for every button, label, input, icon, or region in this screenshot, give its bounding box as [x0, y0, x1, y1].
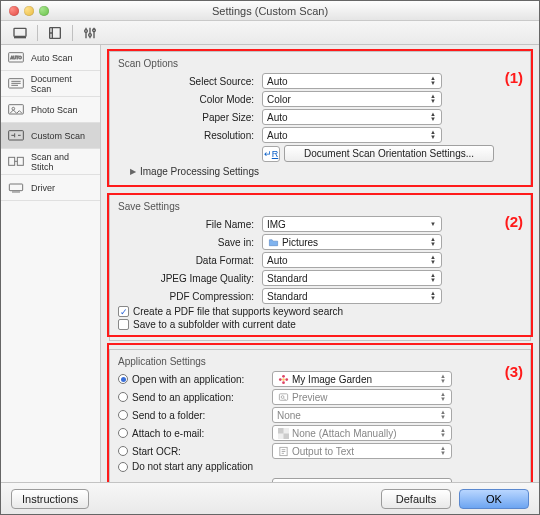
svg-rect-12 [17, 157, 23, 165]
attach-email-radio[interactable] [118, 428, 128, 438]
window-title: Settings (Custom Scan) [1, 5, 539, 17]
annotation-label-3: (3) [505, 363, 523, 380]
sidebar-item-custom-scan[interactable]: Custom Scan [1, 123, 100, 149]
footer: Instructions Defaults OK [1, 482, 539, 514]
sidebar-item-label: Scan and Stitch [31, 152, 94, 172]
send-to-folder-radio[interactable] [118, 410, 128, 420]
svg-point-20 [281, 395, 284, 398]
data-format-label: Data Format: [118, 255, 258, 266]
scan-options-group: Scan Options Select Source: Auto ▲▼ Colo… [109, 51, 531, 186]
chevron-updown-icon: ▲▼ [437, 372, 449, 386]
image-processing-disclosure[interactable]: ▶ Image Processing Settings [130, 166, 522, 177]
orientation-settings-button[interactable]: Document Scan Orientation Settings... [284, 145, 494, 162]
chevron-updown-icon: ▲▼ [427, 128, 439, 142]
instructions-button[interactable]: Instructions [11, 489, 89, 509]
text-output-icon [277, 445, 289, 457]
sidebar-item-document-scan[interactable]: Document Scan [1, 71, 100, 97]
app-garden-icon [277, 373, 289, 385]
annotation-label-1: (1) [505, 69, 523, 86]
custom-scan-icon [7, 129, 25, 143]
start-ocr-dropdown[interactable]: Output to Text ▲▼ [272, 443, 452, 459]
start-ocr-radio[interactable] [118, 446, 128, 456]
chevron-updown-icon: ▲▼ [427, 74, 439, 88]
send-to-folder-dropdown[interactable]: None ▲▼ [272, 407, 452, 423]
svg-rect-23 [283, 433, 289, 439]
data-format-dropdown[interactable]: Auto ▲▼ [262, 252, 442, 268]
svg-point-16 [282, 381, 285, 384]
settings-window: Settings (Custom Scan) AUTO Auto Scan [0, 0, 540, 515]
chevron-updown-icon: ▲▼ [427, 289, 439, 303]
chevron-updown-icon: ▲▼ [427, 110, 439, 124]
send-to-app-dropdown[interactable]: Preview ▲▼ [272, 389, 452, 405]
orientation-reset-icon[interactable]: ↵R [262, 146, 280, 162]
folder-icon [267, 236, 279, 248]
chevron-updown-icon: ▲▼ [437, 426, 449, 440]
preview-icon [277, 391, 289, 403]
no-application-label: Do not start any application [132, 461, 253, 472]
stitch-icon [7, 155, 25, 169]
application-settings-title: Application Settings [118, 356, 522, 367]
checkbox-icon [118, 306, 129, 317]
svg-rect-0 [14, 28, 26, 36]
svg-point-18 [285, 378, 288, 381]
save-in-label: Save in: [118, 237, 258, 248]
sidebar-item-scan-and-stitch[interactable]: Scan and Stitch [1, 149, 100, 175]
pdf-compression-dropdown[interactable]: Standard ▲▼ [262, 288, 442, 304]
open-with-label: Open with an application: [132, 374, 244, 385]
chevron-updown-icon: ▲▼ [427, 253, 439, 267]
scan-from-panel-icon[interactable] [46, 24, 64, 42]
svg-rect-13 [9, 184, 22, 191]
titlebar: Settings (Custom Scan) [1, 1, 539, 21]
document-scan-icon [7, 77, 25, 91]
main-panel: Scan Options Select Source: Auto ▲▼ Colo… [101, 45, 539, 482]
jpeg-quality-dropdown[interactable]: Standard ▲▼ [262, 270, 442, 286]
start-ocr-label: Start OCR: [132, 446, 181, 457]
attach-email-dropdown[interactable]: None (Attach Manually) ▲▼ [272, 425, 452, 441]
resolution-dropdown[interactable]: Auto ▲▼ [262, 127, 442, 143]
open-with-radio[interactable] [118, 374, 128, 384]
select-source-dropdown[interactable]: Auto ▲▼ [262, 73, 442, 89]
svg-point-14 [282, 378, 285, 381]
chevron-updown-icon: ▲▼ [437, 408, 449, 422]
sidebar-item-label: Auto Scan [31, 53, 73, 63]
pdf-compression-label: PDF Compression: [118, 291, 258, 302]
sidebar-item-auto-scan[interactable]: AUTO Auto Scan [1, 45, 100, 71]
toolbar-separator [72, 25, 73, 41]
svg-rect-10 [9, 130, 24, 139]
file-name-combobox[interactable]: IMG ▼ [262, 216, 442, 232]
sidebar-item-label: Photo Scan [31, 105, 78, 115]
svg-point-3 [89, 33, 92, 36]
toolbar [1, 21, 539, 45]
photo-scan-icon [7, 103, 25, 117]
svg-rect-11 [9, 157, 15, 165]
chevron-updown-icon: ▲▼ [437, 390, 449, 404]
no-application-radio[interactable] [118, 462, 128, 472]
more-functions-button[interactable]: More Functions [272, 478, 452, 482]
svg-point-2 [85, 29, 88, 32]
color-mode-dropdown[interactable]: Color ▲▼ [262, 91, 442, 107]
pdf-keyword-checkbox[interactable]: Create a PDF file that supports keyword … [118, 306, 522, 317]
svg-point-4 [93, 29, 96, 32]
sidebar-item-label: Driver [31, 183, 55, 193]
subfolder-date-checkbox[interactable]: Save to a subfolder with current date [118, 319, 522, 330]
jpeg-quality-label: JPEG Image Quality: [118, 273, 258, 284]
ok-button[interactable]: OK [459, 489, 529, 509]
defaults-button[interactable]: Defaults [381, 489, 451, 509]
save-in-dropdown[interactable]: Pictures ▲▼ [262, 234, 442, 250]
sidebar-item-driver[interactable]: Driver [1, 175, 100, 201]
paper-size-label: Paper Size: [118, 112, 258, 123]
paper-size-dropdown[interactable]: Auto ▲▼ [262, 109, 442, 125]
general-settings-icon[interactable] [81, 24, 99, 42]
save-settings-group: Save Settings File Name: IMG ▼ Save in: … [109, 194, 531, 341]
chevron-updown-icon: ▲▼ [427, 271, 439, 285]
none-icon [277, 427, 289, 439]
sidebar-item-photo-scan[interactable]: Photo Scan [1, 97, 100, 123]
scan-from-computer-icon[interactable] [11, 24, 29, 42]
sidebar-item-label: Document Scan [31, 74, 94, 94]
scan-options-title: Scan Options [118, 58, 522, 69]
chevron-updown-icon: ▲▼ [427, 235, 439, 249]
open-with-dropdown[interactable]: My Image Garden ▲▼ [272, 371, 452, 387]
chevron-down-icon: ▼ [427, 217, 439, 231]
send-to-app-radio[interactable] [118, 392, 128, 402]
driver-icon [7, 181, 25, 195]
